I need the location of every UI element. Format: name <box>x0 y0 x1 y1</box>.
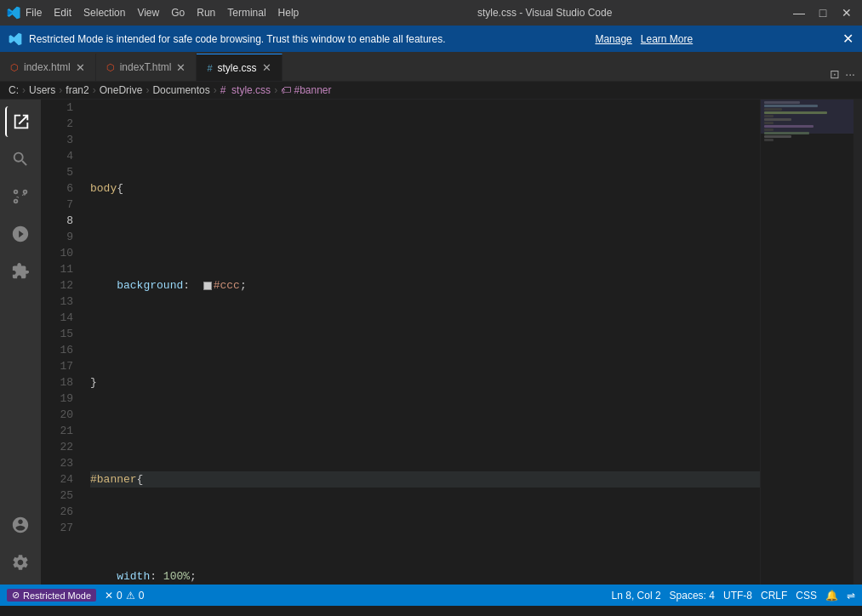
banner-left: Restricted Mode is intended for safe cod… <box>9 32 446 46</box>
more-tabs-icon[interactable]: ··· <box>845 67 855 81</box>
titlebar-title: style.css - Visual Studio Code <box>299 7 791 19</box>
tab-indext-html[interactable]: ⬡ indexT.html ✕ <box>96 54 197 81</box>
minimap-line <box>764 101 800 104</box>
restricted-mode-icon: ⊘ <box>12 590 20 601</box>
notifications-icon[interactable]: 🔔 <box>825 590 838 602</box>
menu-run[interactable]: Run <box>197 7 215 19</box>
minimap-line <box>764 139 774 141</box>
bell-icon: 🔔 <box>825 590 838 602</box>
close-button[interactable]: ✕ <box>838 6 855 20</box>
breadcrumb-symbol[interactable]: 🏷 #banner <box>281 84 331 96</box>
titlebar-left: File Edit Selection View Go Run Terminal… <box>7 6 299 20</box>
menu-file[interactable]: File <box>26 7 42 19</box>
menu-selection[interactable]: Selection <box>83 7 125 19</box>
code-line-2: body{ <box>90 180 760 197</box>
tab-close-index[interactable]: ✕ <box>76 61 85 74</box>
breadcrumb-drive[interactable]: C: <box>9 84 19 96</box>
breadcrumb-file[interactable]: # style.css <box>220 84 271 96</box>
menu-view[interactable]: View <box>137 7 159 19</box>
restricted-mode-badge[interactable]: ⊘ Restricted Mode <box>7 589 96 602</box>
statusbar-right: Ln 8, Col 2 Spaces: 4 UTF-8 CRLF CSS 🔔 ⇌ <box>612 590 855 602</box>
minimap-line <box>764 128 774 131</box>
titlebar-menu: File Edit Selection View Go Run Terminal… <box>26 7 299 19</box>
split-editor-icon[interactable]: ⊡ <box>830 67 840 81</box>
error-num: 0 <box>117 590 123 602</box>
minimap-line <box>764 135 791 138</box>
code-line-8: #banner{ <box>90 471 760 488</box>
tab-close-style[interactable]: ✕ <box>262 61 271 74</box>
activity-account[interactable] <box>5 510 36 540</box>
language-label: CSS <box>796 590 817 602</box>
cursor-position[interactable]: Ln 8, Col 2 <box>612 590 661 602</box>
minimap-line <box>764 125 813 128</box>
activity-settings[interactable] <box>5 547 36 578</box>
error-count[interactable]: ✕ 0 ⚠ 0 <box>105 590 144 602</box>
code-line-4: background: #ccc; <box>90 277 760 294</box>
code-line-10: width: 100%; <box>90 568 760 585</box>
minimap-line <box>764 111 827 114</box>
css-icon: # <box>207 63 212 73</box>
activity-extensions[interactable] <box>5 256 36 287</box>
breadcrumb-users[interactable]: Users <box>29 84 55 96</box>
titlebar: File Edit Selection View Go Run Terminal… <box>0 0 862 26</box>
line-numbers: 1 2 3 4 5 6 7 8 9 10 11 12 13 14 15 16 1… <box>41 100 83 585</box>
breadcrumb: C: › Users › fran2 › OneDrive › Document… <box>0 82 862 100</box>
minimap <box>760 100 853 585</box>
restricted-mode-label: Restricted Mode <box>23 590 91 601</box>
code-line-7 <box>90 423 760 439</box>
remote-label: ⇌ <box>847 590 855 602</box>
minimap-line <box>764 115 774 117</box>
indentation[interactable]: Spaces: 4 <box>670 590 715 602</box>
code-editor[interactable]: 1 2 3 4 5 6 7 8 9 10 11 12 13 14 15 16 1… <box>41 100 760 585</box>
activity-run-debug[interactable] <box>5 219 36 249</box>
language-mode[interactable]: CSS <box>796 590 817 602</box>
tab-actions: ⊡ ··· <box>830 67 862 81</box>
editor-container: 1 2 3 4 5 6 7 8 9 10 11 12 13 14 15 16 1… <box>0 100 862 585</box>
maximize-button[interactable]: □ <box>814 6 831 20</box>
menu-go[interactable]: Go <box>171 7 185 19</box>
activity-search[interactable] <box>5 144 36 174</box>
code-line-3 <box>90 229 760 245</box>
tab-label-indext: indexT.html <box>120 61 172 73</box>
banner-links: Manage Learn More <box>595 33 693 45</box>
menu-help[interactable]: Help <box>278 7 300 19</box>
encoding-label: UTF-8 <box>723 590 752 602</box>
activity-bar <box>0 100 41 585</box>
warning-num: 0 <box>139 590 145 602</box>
breadcrumb-documentos[interactable]: Documentos <box>152 84 209 96</box>
breadcrumb-fran2[interactable]: fran2 <box>66 84 88 96</box>
spaces-label: Spaces: 4 <box>670 590 715 602</box>
tab-label-index: index.html <box>24 61 71 73</box>
banner-close-button[interactable]: ✕ <box>842 31 853 47</box>
menu-terminal[interactable]: Terminal <box>227 7 265 19</box>
tab-label-style: style.css <box>218 62 257 74</box>
tab-index-html[interactable]: ⬡ index.html ✕ <box>0 54 96 81</box>
editor-main: 1 2 3 4 5 6 7 8 9 10 11 12 13 14 15 16 1… <box>41 100 760 585</box>
minimap-line <box>764 118 791 121</box>
code-line-1 <box>90 132 760 148</box>
activity-explorer[interactable] <box>5 106 36 137</box>
code-content[interactable]: body{ background: #ccc; } #banner{ width… <box>83 100 760 585</box>
minimize-button[interactable]: ― <box>791 6 808 20</box>
encoding[interactable]: UTF-8 <box>723 590 752 602</box>
activity-source-control[interactable] <box>5 181 36 212</box>
tab-close-indext[interactable]: ✕ <box>176 61 186 74</box>
manage-link[interactable]: Manage <box>595 33 631 45</box>
learn-more-link[interactable]: Learn More <box>641 33 693 45</box>
html-icon-2: ⬡ <box>106 62 115 73</box>
warning-icon: ⚠ <box>126 590 135 602</box>
line-ending[interactable]: CRLF <box>761 590 787 602</box>
breadcrumb-onedrive[interactable]: OneDrive <box>100 84 143 96</box>
tab-style-css[interactable]: # style.css ✕ <box>197 54 282 81</box>
restricted-mode-banner: Restricted Mode is intended for safe cod… <box>0 26 862 52</box>
minimap-line <box>764 108 782 111</box>
menu-edit[interactable]: Edit <box>54 7 71 19</box>
statusbar: ⊘ Restricted Mode ✕ 0 ⚠ 0 Ln 8, Col 2 Sp… <box>0 585 862 606</box>
banner-message: Restricted Mode is intended for safe cod… <box>29 33 446 45</box>
error-icon: ✕ <box>105 590 113 602</box>
scrollbar[interactable] <box>853 100 862 585</box>
remote-icon[interactable]: ⇌ <box>847 590 855 602</box>
line-ending-label: CRLF <box>761 590 787 602</box>
minimap-line <box>764 122 774 124</box>
minimap-line <box>764 132 809 134</box>
